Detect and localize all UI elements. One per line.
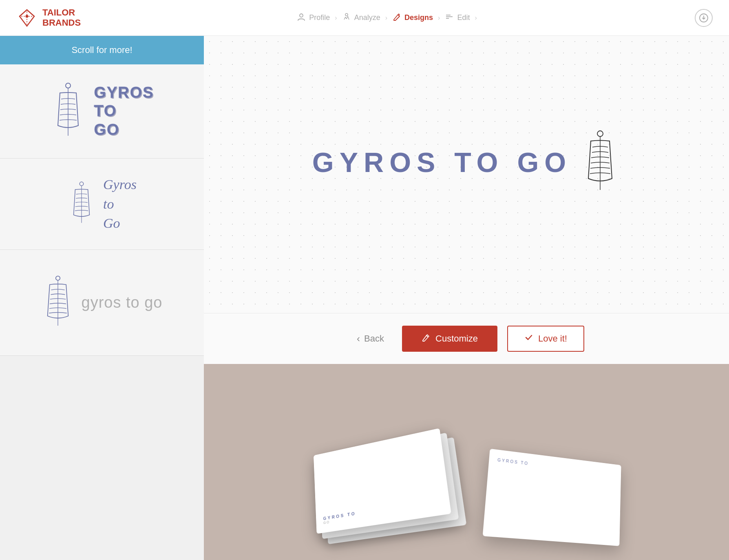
analyze-label: Analyze (354, 13, 380, 22)
action-bar: ‹ Back Customize Love it! (204, 313, 729, 364)
svg-point-7 (66, 83, 71, 88)
edit-label: Edit (457, 13, 470, 22)
nav-step-analyze[interactable]: Analyze (342, 12, 380, 23)
variant-2-inner: Gyros to Go (67, 175, 137, 233)
back-label: Back (364, 333, 384, 344)
variant-2-line3: Go (103, 214, 137, 233)
logo-variant-3[interactable]: gyros to go (0, 250, 204, 356)
loveit-check-icon (524, 333, 533, 344)
variant-1-line3: GO (94, 121, 154, 139)
mockup-section: GYROS TO GO GYROS TO (204, 364, 729, 560)
profile-icon (297, 12, 306, 23)
main-logo-inner: GYROS TO GO (312, 130, 621, 195)
left-sidebar: Scroll for more! (0, 36, 204, 560)
analyze-icon (342, 12, 351, 23)
chevron-icon-1: › (335, 14, 337, 22)
brand-name: TAILOR BRANDS (42, 8, 81, 27)
variant-3-text: gyros to go (82, 294, 163, 311)
logo-variant-2[interactable]: Gyros to Go (0, 159, 204, 250)
main-kebab-icon (580, 130, 621, 195)
customize-label: Customize (435, 333, 478, 344)
chevron-icon-2: › (385, 14, 387, 22)
variant-2-text: Gyros to Go (103, 175, 137, 233)
header: TAILOR BRANDS Profile › (0, 0, 729, 36)
nav-step-profile[interactable]: Profile (297, 12, 330, 23)
right-preview: GYROS TO GO (204, 36, 729, 560)
variant-1-text: GYROS TO GO (94, 84, 154, 139)
svg-point-0 (26, 15, 29, 18)
logo-variant-1[interactable]: GYROS TO GO (0, 64, 204, 159)
brand-logo[interactable]: TAILOR BRANDS (16, 7, 81, 29)
svg-point-2 (345, 13, 348, 16)
svg-point-9 (80, 182, 83, 186)
back-button[interactable]: ‹ Back (349, 329, 392, 348)
card-right-logo: GYROS TO (497, 458, 529, 466)
card-stack-left: GYROS TO GO (314, 428, 451, 534)
card-stack-right: GYROS TO (483, 449, 621, 546)
variant-2-line2: to (103, 194, 137, 214)
variant-1-line2: TO (94, 102, 154, 121)
preview-area: GYROS TO GO (204, 36, 729, 313)
chevron-icon-3: › (438, 14, 440, 22)
svg-point-1 (300, 14, 303, 17)
download-button[interactable] (695, 9, 713, 27)
variant-2-line1: Gyros (103, 175, 137, 194)
svg-point-13 (597, 131, 603, 137)
designs-icon (392, 12, 401, 23)
kebab-icon-1 (50, 81, 86, 142)
loveit-label: Love it! (538, 333, 567, 344)
scroll-banner: Scroll for more! (0, 36, 204, 64)
nav-steps: Profile › Analyze › Designs › (297, 12, 478, 23)
variant-1-inner: GYROS TO GO (50, 81, 154, 142)
customize-pencil-icon (422, 333, 431, 344)
profile-label: Profile (309, 13, 330, 22)
main-logo-text: GYROS TO GO (312, 146, 572, 178)
chevron-icon-4: › (475, 14, 477, 22)
kebab-icon-3 (42, 274, 74, 331)
designs-label: Designs (404, 13, 433, 22)
nav-step-designs[interactable]: Designs (392, 12, 433, 23)
svg-point-11 (55, 276, 60, 281)
loveit-button[interactable]: Love it! (507, 326, 584, 352)
tailor-brands-icon (16, 7, 38, 29)
nav-step-edit[interactable]: Edit (445, 12, 470, 23)
main-logo-display: GYROS TO GO (312, 130, 621, 195)
customize-button[interactable]: Customize (402, 326, 497, 352)
main-layout: Scroll for more! (0, 36, 729, 560)
edit-icon (445, 12, 454, 23)
card-right-front: GYROS TO (483, 449, 621, 546)
kebab-icon-2 (67, 177, 96, 230)
variant-3-inner: gyros to go (42, 274, 163, 331)
variant-1-line1: GYROS (94, 84, 154, 102)
back-chevron-icon: ‹ (357, 333, 360, 344)
